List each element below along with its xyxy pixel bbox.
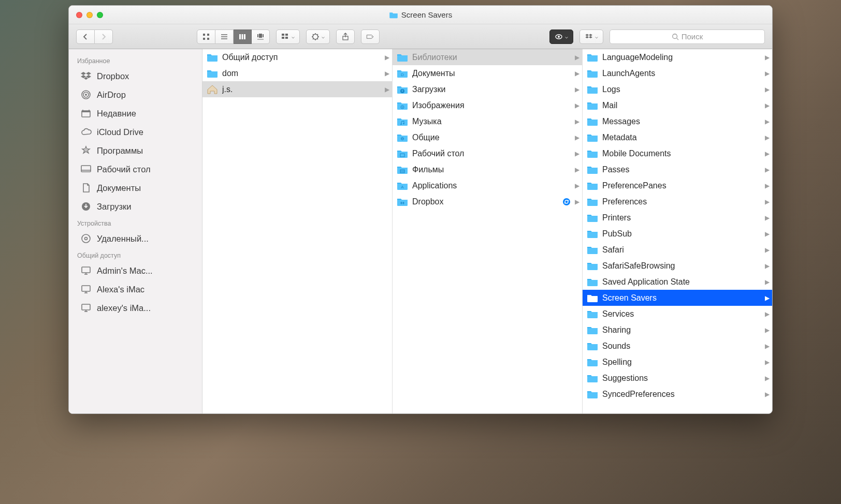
folder-icon <box>587 117 598 126</box>
list-item[interactable]: Printers▶ <box>583 210 772 226</box>
svg-point-55 <box>402 107 403 108</box>
sidebar-item-label: Alexa's iMac <box>97 285 144 294</box>
chevron-right-icon: ▶ <box>765 134 769 141</box>
svg-rect-82 <box>587 216 598 222</box>
view-coverflow-button[interactable] <box>252 29 270 44</box>
body: ИзбранноеDropboxAirDropНедавниеiCloud Dr… <box>69 49 772 413</box>
svg-rect-89 <box>587 328 598 334</box>
svg-rect-70 <box>397 200 408 206</box>
list-item[interactable]: Suggestions▶ <box>583 370 772 386</box>
sidebar-item[interactable]: Документы <box>69 179 202 197</box>
sidebar-item[interactable]: Dropbox <box>69 67 202 85</box>
back-button[interactable] <box>76 29 95 44</box>
list-item[interactable]: DДокументы▶ <box>393 65 582 81</box>
item-name: Mobile Documents <box>602 149 761 158</box>
search-field[interactable]: Поиск <box>610 29 765 44</box>
apps-icon: A <box>80 145 92 156</box>
folder-icon <box>587 325 598 335</box>
svg-rect-2 <box>207 34 209 36</box>
airdrop-icon <box>80 89 92 100</box>
computer-icon <box>80 302 92 314</box>
arrange-button[interactable]: ⌵ <box>276 29 300 44</box>
list-item[interactable]: Safari▶ <box>583 242 772 258</box>
list-item[interactable]: Screen Savers▶ <box>583 290 772 306</box>
svg-rect-32 <box>81 166 91 172</box>
tags-button[interactable] <box>361 29 380 44</box>
folder-icon <box>587 85 598 94</box>
svg-rect-76 <box>587 120 598 126</box>
list-item[interactable]: dom▶ <box>202 65 392 81</box>
list-item[interactable]: Sounds▶ <box>583 338 772 354</box>
item-name: Sounds <box>602 342 761 351</box>
list-item[interactable]: Passes▶ <box>583 161 772 177</box>
view-icon-button[interactable] <box>197 29 215 44</box>
list-item[interactable]: Mobile Documents▶ <box>583 145 772 161</box>
folder-icon <box>587 229 598 239</box>
list-item[interactable]: LanguageModeling▶ <box>583 49 772 65</box>
folder-icon <box>587 374 598 383</box>
sidebar-item[interactable]: alexey's iMa... <box>69 299 202 317</box>
view-column-button[interactable] <box>234 29 252 44</box>
list-item[interactable]: Logs▶ <box>583 81 772 97</box>
sidebar-item[interactable]: Рабочий стол <box>69 160 202 179</box>
quicklook-button[interactable]: ⌵ <box>549 29 573 44</box>
list-item[interactable]: Spelling▶ <box>583 354 772 370</box>
list-item[interactable]: SafariSafeBrowsing▶ <box>583 258 772 274</box>
list-item[interactable]: Общие▶ <box>393 129 582 145</box>
forward-button[interactable] <box>95 29 113 44</box>
list-item[interactable]: Фильмы▶ <box>393 161 582 177</box>
sidebar-item[interactable]: Недавние <box>69 104 202 123</box>
sync-icon <box>562 198 571 206</box>
list-item[interactable]: Общий доступ▶ <box>202 49 392 65</box>
list-item[interactable]: Изображения▶ <box>393 97 582 113</box>
list-item[interactable]: Dropbox▶ <box>393 194 582 210</box>
sidebar: ИзбранноеDropboxAirDropНедавниеiCloud Dr… <box>69 49 202 413</box>
desktop-icon <box>80 164 92 175</box>
svg-rect-37 <box>82 267 90 273</box>
view-buttons <box>197 29 270 44</box>
close-button[interactable] <box>76 12 82 18</box>
list-item[interactable]: PubSub▶ <box>583 226 772 242</box>
svg-rect-15 <box>282 34 284 36</box>
chevron-right-icon: ▶ <box>765 198 769 205</box>
list-item[interactable]: Рабочий стол▶ <box>393 145 582 161</box>
list-item[interactable]: Загрузки▶ <box>393 81 582 97</box>
action-button[interactable]: ⌵ <box>306 29 330 44</box>
svg-rect-83 <box>587 232 598 238</box>
folder-icon <box>587 293 598 303</box>
sidebar-section-header: Устройства <box>69 216 202 229</box>
list-item[interactable]: j.s.▶ <box>202 81 392 97</box>
share-button[interactable] <box>336 29 355 44</box>
icloud-icon <box>80 126 92 138</box>
list-item[interactable]: Mail▶ <box>583 97 772 113</box>
svg-rect-56 <box>397 120 408 126</box>
finder-window: Screen Savers ⌵ ⌵ ⌵ <box>68 5 773 414</box>
maximize-button[interactable] <box>97 12 103 18</box>
chevron-right-icon: ▶ <box>765 391 769 398</box>
sidebar-item[interactable]: iCloud Drive <box>69 123 202 141</box>
list-item[interactable]: Services▶ <box>583 306 772 322</box>
sidebar-item[interactable]: AirDrop <box>69 85 202 104</box>
list-item[interactable]: PreferencePanes▶ <box>583 177 772 194</box>
item-name: LaunchAgents <box>602 69 761 78</box>
list-item[interactable]: Metadata▶ <box>583 129 772 145</box>
list-item[interactable]: Sharing▶ <box>583 322 772 338</box>
list-item[interactable]: Preferences▶ <box>583 194 772 210</box>
list-item[interactable]: SyncedPreferences▶ <box>583 386 772 402</box>
sidebar-item[interactable]: AПрограммы <box>69 141 202 160</box>
sidebar-item[interactable]: Admin's Mac... <box>69 261 202 280</box>
list-item[interactable]: Messages▶ <box>583 113 772 129</box>
sidebar-item[interactable]: Alexa's iMac <box>69 280 202 299</box>
svg-rect-46 <box>207 55 218 62</box>
list-item[interactable]: AApplications▶ <box>393 177 582 194</box>
minimize-button[interactable] <box>86 12 93 18</box>
view-list-button[interactable] <box>215 29 234 44</box>
list-item[interactable]: LaunchAgents▶ <box>583 65 772 81</box>
sidebar-item[interactable]: Удаленный... <box>69 229 202 248</box>
list-item[interactable]: Музыка▶ <box>393 113 582 129</box>
list-item[interactable]: Библиотеки▶ <box>393 49 582 65</box>
list-item[interactable]: Saved Application State▶ <box>583 274 772 290</box>
chevron-right-icon: ▶ <box>385 70 389 77</box>
sidebar-item[interactable]: Загрузки <box>69 197 202 216</box>
dropbox-button[interactable]: ⌵ <box>579 29 603 44</box>
